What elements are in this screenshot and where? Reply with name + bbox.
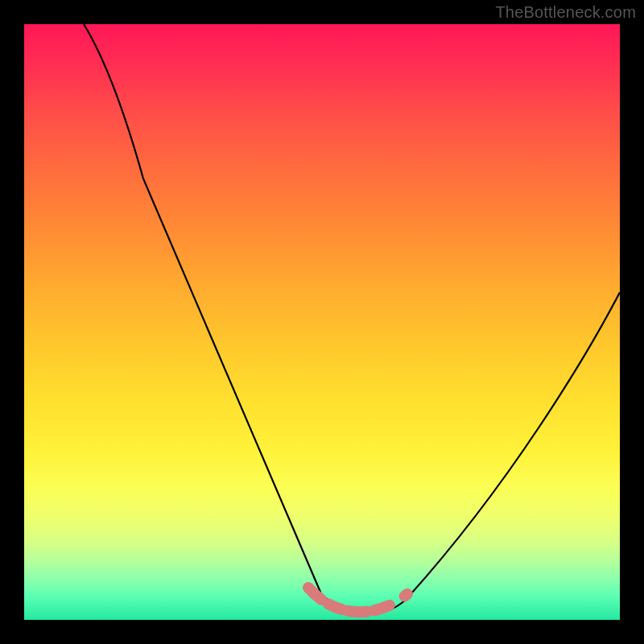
trough-highlight bbox=[308, 588, 407, 612]
curve-left-descent bbox=[84, 24, 322, 596]
curve-right-ascent bbox=[406, 292, 620, 600]
curve-layer bbox=[24, 24, 620, 620]
plot-area bbox=[24, 24, 620, 620]
watermark-text: TheBottleneck.com bbox=[495, 3, 636, 22]
chart-frame: TheBottleneck.com bbox=[0, 0, 644, 644]
